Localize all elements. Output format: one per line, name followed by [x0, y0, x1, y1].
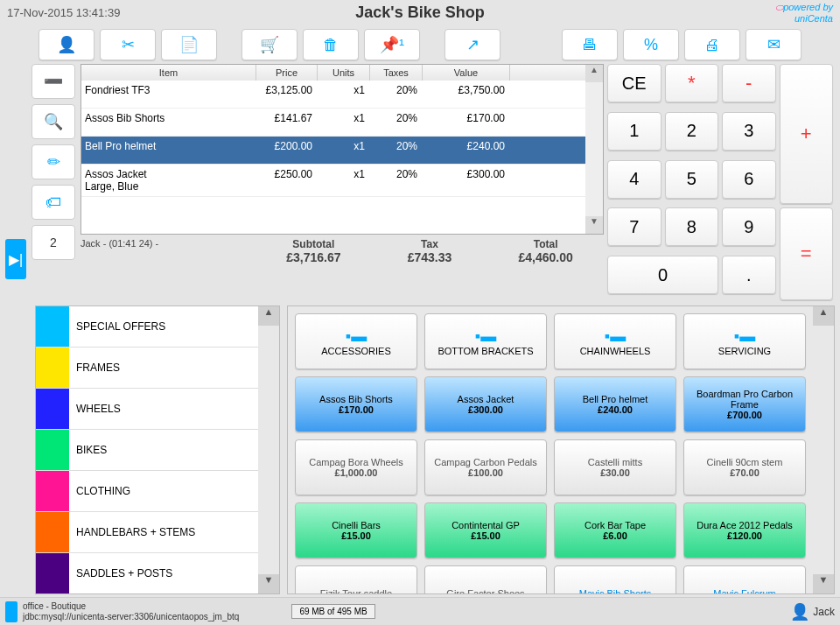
- cart-info: Jack - (01:41 24) -: [80, 238, 256, 264]
- scroll-down-icon[interactable]: ▼: [813, 574, 834, 593]
- connection-string: jdbc:mysql://unicenta-server:3306/unicen…: [23, 612, 239, 622]
- username: Jack: [813, 606, 835, 618]
- edge-expand-button[interactable]: ▶|: [5, 239, 26, 279]
- category-item[interactable]: SADDLES + POSTS: [36, 553, 258, 593]
- status-bar: office - Boutique jdbc:mysql://unicenta-…: [0, 597, 840, 625]
- cart-row[interactable]: Assos Bib Shorts£141.67x120%£170.00: [81, 109, 585, 137]
- scroll-up-icon[interactable]: ▲: [585, 65, 603, 82]
- tax-value: £743.33: [372, 250, 488, 264]
- toolbar-button-5[interactable]: 📌¹: [364, 29, 420, 60]
- side-button-1[interactable]: 🔍: [32, 104, 75, 139]
- cart-header: Item Price Units Taxes Value: [81, 65, 585, 81]
- toolbar-right-button-3[interactable]: ✉: [746, 29, 802, 60]
- subcategory-button[interactable]: ▪▬CHAINWHEELS: [554, 313, 676, 369]
- product-button[interactable]: Boardman Pro Carbon Frame£700.00: [683, 376, 806, 432]
- key-2[interactable]: 2: [665, 112, 719, 151]
- scroll-up-icon[interactable]: ▲: [258, 306, 279, 326]
- product-button[interactable]: Giro Factor Shoes: [424, 565, 547, 593]
- scroll-down-icon[interactable]: ▼: [258, 574, 279, 593]
- product-button[interactable]: Cinelli Bars£15.00: [295, 502, 417, 558]
- subcategory-button[interactable]: ▪▬ACCESSORIES: [295, 313, 417, 369]
- toolbar-right-button-2[interactable]: 🖨: [684, 29, 740, 60]
- key-ce[interactable]: CE: [607, 64, 662, 102]
- total-value: £4,460.00: [487, 250, 604, 264]
- side-button-0[interactable]: ➖: [32, 64, 75, 99]
- product-scrollbar[interactable]: ▲ ▼: [813, 306, 834, 593]
- category-item[interactable]: HANDLEBARS + STEMS: [36, 512, 258, 553]
- cart-scrollbar[interactable]: ▲ ▼: [585, 65, 603, 234]
- product-button[interactable]: Fizik Tour saddle: [295, 565, 417, 593]
- product-button[interactable]: Assos Jacket£300.00: [424, 376, 547, 432]
- toolbar-button-0[interactable]: 👤: [38, 29, 94, 60]
- toolbar-button-4[interactable]: 🗑: [303, 29, 359, 60]
- category-scrollbar[interactable]: ▲ ▼: [258, 306, 279, 593]
- cart-row[interactable]: Bell Pro helmet£200.00x120%£240.00: [81, 137, 585, 165]
- toolbar-button-6[interactable]: ↗: [444, 29, 500, 60]
- side-button-3[interactable]: 🏷: [32, 185, 75, 220]
- product-button[interactable]: Campag Carbon Pedals£100.00: [424, 439, 547, 495]
- scroll-down-icon[interactable]: ▼: [585, 216, 603, 234]
- key-0[interactable]: 0: [607, 256, 718, 294]
- toolbar-button-3[interactable]: 🛒: [242, 29, 298, 60]
- key-dot[interactable]: .: [722, 256, 776, 294]
- key-9[interactable]: 9: [722, 207, 776, 246]
- key-6[interactable]: 6: [722, 160, 776, 199]
- side-button-2[interactable]: ✏: [32, 144, 75, 179]
- key-4[interactable]: 4: [607, 160, 662, 199]
- category-item[interactable]: WHEELS: [36, 389, 258, 430]
- product-button[interactable]: Castelli mitts£30.00: [554, 439, 676, 495]
- key-plus[interactable]: +: [780, 64, 834, 204]
- subcategory-button[interactable]: ▪▬BOTTOM BRACKETS: [424, 313, 547, 369]
- keypad: CE * - + 1 2 3 4 5 6 7 8 9 = 0 .: [604, 64, 840, 300]
- shop-title: Jack's Bike Shop: [355, 4, 484, 22]
- key-5[interactable]: 5: [665, 160, 719, 199]
- product-button[interactable]: Mavic Fulcrum: [683, 565, 806, 593]
- toolbar-right-button-1[interactable]: %: [623, 29, 679, 60]
- product-button[interactable]: Mavic Bib Shorts: [554, 565, 676, 593]
- product-button[interactable]: Dura Ace 2012 Pedals£120.00: [683, 502, 806, 558]
- side-button-4[interactable]: 2: [32, 225, 75, 260]
- database-icon: [5, 601, 18, 622]
- key-minus[interactable]: -: [722, 64, 776, 102]
- user-icon: 👤: [790, 602, 809, 621]
- cart-row[interactable]: Assos JacketLarge, Blue£250.00x120%£300.…: [81, 165, 585, 197]
- subtotal-value: £3,716.67: [256, 250, 372, 264]
- memory-status: 69 MB of 495 MB: [291, 604, 374, 619]
- top-toolbar: 👤✂📄🛒🗑📌¹↗ 🖶%🖨✉: [0, 25, 840, 64]
- product-button[interactable]: Bell Pro helmet£240.00: [554, 376, 676, 432]
- key-8[interactable]: 8: [665, 207, 719, 246]
- scroll-up-icon[interactable]: ▲: [813, 306, 834, 326]
- product-button[interactable]: Contintental GP£15.00: [424, 502, 547, 558]
- powered-by: ⬭powered byuniCenta: [775, 2, 833, 24]
- category-item[interactable]: CLOTHING: [36, 471, 258, 512]
- product-button[interactable]: Campag Bora Wheels£1,000.00: [295, 439, 417, 495]
- product-button[interactable]: Cinelli 90cm stem£70.00: [683, 439, 806, 495]
- key-equals[interactable]: =: [780, 207, 834, 300]
- product-button[interactable]: Cork Bar Tape£6.00: [554, 502, 676, 558]
- product-button[interactable]: Assos Bib Shorts£170.00: [295, 376, 417, 432]
- tax-label: Tax: [372, 238, 488, 250]
- toolbar-right-button-0[interactable]: 🖶: [562, 29, 618, 60]
- key-star[interactable]: *: [665, 64, 719, 102]
- toolbar-button-1[interactable]: ✂: [100, 29, 156, 60]
- key-1[interactable]: 1: [607, 112, 662, 151]
- key-7[interactable]: 7: [607, 207, 662, 246]
- category-item[interactable]: BIKES: [36, 430, 258, 471]
- key-3[interactable]: 3: [722, 112, 776, 151]
- category-item[interactable]: FRAMES: [36, 348, 258, 389]
- location-label: office - Boutique: [23, 601, 239, 612]
- subcategory-button[interactable]: ▪▬SERVICING: [683, 313, 806, 369]
- subtotal-label: Subtotal: [256, 238, 372, 250]
- total-label: Total: [487, 238, 604, 250]
- cart-row[interactable]: Fondriest TF3£3,125.00x120%£3,750.00: [81, 81, 585, 109]
- toolbar-button-2[interactable]: 📄: [161, 29, 217, 60]
- category-item[interactable]: SPECIAL OFFERS: [36, 306, 258, 348]
- timestamp: 17-Nov-2015 13:41:39: [7, 6, 120, 19]
